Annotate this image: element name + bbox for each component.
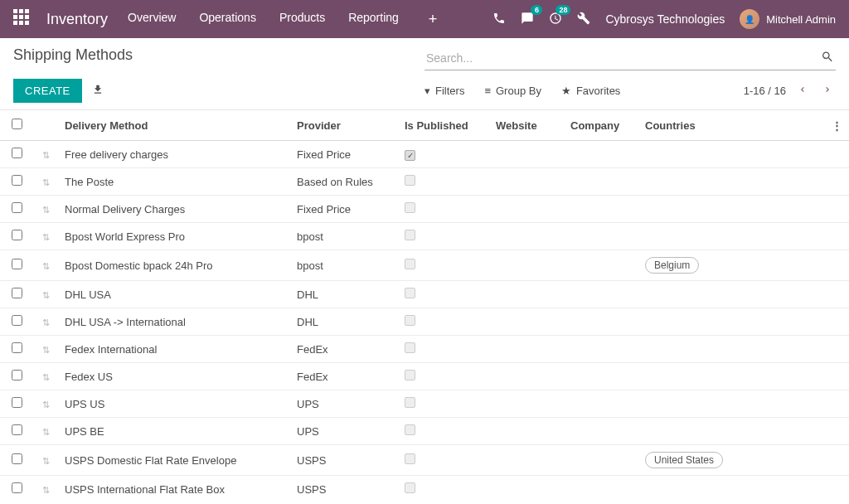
cell-countries — [638, 336, 824, 363]
header-delivery[interactable]: Delivery Method — [58, 110, 290, 141]
row-checkbox[interactable] — [12, 148, 22, 158]
activities-icon[interactable]: 28 — [549, 12, 562, 27]
favorites-button[interactable]: ★ Favorites — [561, 85, 620, 97]
nav-overview[interactable]: Overview — [128, 11, 176, 28]
table-row[interactable]: UPS USUPS — [0, 390, 849, 418]
groupby-button[interactable]: ≡ Group By — [484, 85, 541, 97]
cell-delivery: Fedex International — [58, 336, 290, 363]
pager-next[interactable] — [819, 83, 836, 99]
user-menu[interactable]: 👤 Mitchell Admin — [740, 9, 836, 29]
filters-button[interactable]: ▾ Filters — [424, 85, 464, 97]
messages-icon[interactable]: 6 — [521, 12, 534, 27]
table-row[interactable]: The PosteBased on Rules — [0, 168, 849, 196]
table-row[interactable]: UPS BEUPS — [0, 418, 849, 445]
cell-website — [489, 390, 564, 418]
drag-handle-icon[interactable] — [42, 343, 50, 356]
published-checkbox — [405, 259, 415, 269]
import-button[interactable] — [92, 84, 104, 98]
header-published[interactable]: Is Published — [398, 110, 489, 141]
drag-handle-icon[interactable] — [42, 398, 50, 410]
row-checkbox[interactable] — [12, 370, 22, 380]
drag-handle-icon[interactable] — [42, 203, 50, 216]
create-button[interactable]: CREATE — [13, 79, 82, 103]
row-checkbox[interactable] — [12, 230, 22, 240]
cell-delivery: USPS Domestic Flat Rate Envelope — [58, 445, 290, 476]
table-row[interactable]: USPS International Flat Rate BoxUSPS — [0, 476, 849, 502]
search-input[interactable] — [424, 46, 836, 70]
drag-handle-icon[interactable] — [42, 288, 50, 301]
header-company[interactable]: Company — [564, 110, 638, 141]
nav-right: 6 28 Cybrosys Technologies 👤 Mitchell Ad… — [492, 9, 836, 29]
cell-countries — [638, 141, 824, 168]
cell-company — [564, 418, 638, 445]
cell-countries — [638, 390, 824, 418]
cell-provider: DHL — [290, 308, 398, 336]
drag-handle-icon[interactable] — [42, 483, 50, 496]
drag-handle-icon[interactable] — [42, 259, 50, 272]
country-tag: Belgium — [645, 257, 699, 274]
table-row[interactable]: Fedex InternationalFedEx — [0, 336, 849, 363]
company-selector[interactable]: Cybrosys Technologies — [605, 12, 725, 26]
row-checkbox[interactable] — [12, 288, 22, 298]
app-title[interactable]: Inventory — [46, 11, 108, 28]
table-row[interactable]: USPS Domestic Flat Rate EnvelopeUSPSUnit… — [0, 445, 849, 476]
cell-website — [489, 196, 564, 223]
drag-handle-icon[interactable] — [42, 454, 50, 467]
row-checkbox[interactable] — [12, 259, 22, 269]
nav-operations[interactable]: Operations — [199, 11, 255, 28]
funnel-icon: ▾ — [424, 85, 430, 97]
row-checkbox[interactable] — [12, 342, 22, 353]
table-container[interactable]: Delivery Method Provider Is Published We… — [0, 110, 849, 502]
drag-handle-icon[interactable] — [42, 148, 50, 161]
phone-icon[interactable] — [492, 12, 506, 27]
table-row[interactable]: Free delivery chargesFixed Price — [0, 141, 849, 168]
cell-company — [564, 445, 638, 476]
row-checkbox[interactable] — [12, 175, 22, 186]
header-website[interactable]: Website — [489, 110, 564, 141]
cell-provider: USPS — [290, 476, 398, 502]
nav-reporting[interactable]: Reporting — [348, 11, 399, 28]
apps-icon[interactable] — [13, 9, 33, 29]
cell-delivery: USPS International Flat Rate Box — [58, 476, 290, 502]
cell-provider: FedEx — [290, 336, 398, 363]
page-title: Shipping Methods — [13, 46, 424, 64]
select-all-checkbox[interactable] — [12, 119, 22, 129]
published-checkbox — [405, 315, 415, 326]
table-row[interactable]: Bpost World Express Probpost — [0, 223, 849, 250]
table-row[interactable]: DHL USA -> InternationalDHL — [0, 308, 849, 336]
published-checkbox — [405, 230, 415, 240]
optional-columns-icon[interactable]: ⋮ — [832, 119, 842, 132]
row-checkbox[interactable] — [12, 424, 22, 435]
cell-website — [489, 418, 564, 445]
pager-text[interactable]: 1-16 / 16 — [744, 85, 786, 97]
drag-handle-icon[interactable] — [42, 230, 50, 243]
row-checkbox[interactable] — [12, 453, 22, 464]
drag-handle-icon[interactable] — [42, 176, 50, 188]
messages-badge: 6 — [531, 5, 542, 15]
nav-products[interactable]: Products — [279, 11, 325, 28]
header-provider[interactable]: Provider — [290, 110, 398, 141]
nav-menu: Overview Operations Products Reporting + — [128, 11, 492, 28]
cell-delivery: UPS US — [58, 390, 290, 418]
cell-provider: FedEx — [290, 363, 398, 390]
search-icon[interactable] — [821, 51, 834, 66]
table-row[interactable]: Bpost Domestic bpack 24h ProbpostBelgium — [0, 250, 849, 281]
table-row[interactable]: Normal Delivery ChargesFixed Price — [0, 196, 849, 223]
cell-website — [489, 476, 564, 502]
header-countries[interactable]: Countries — [638, 110, 824, 141]
cell-countries — [638, 168, 824, 196]
drag-handle-icon[interactable] — [42, 316, 50, 328]
table-row[interactable]: Fedex USFedEx — [0, 363, 849, 390]
row-checkbox[interactable] — [12, 202, 22, 213]
drag-handle-icon[interactable] — [42, 371, 50, 383]
cell-company — [564, 141, 638, 168]
tools-icon[interactable] — [577, 12, 590, 27]
cell-countries — [638, 223, 824, 250]
pager-prev[interactable] — [794, 83, 811, 99]
nav-add-menu[interactable]: + — [429, 11, 438, 28]
drag-handle-icon[interactable] — [42, 425, 50, 438]
row-checkbox[interactable] — [12, 397, 22, 408]
table-row[interactable]: DHL USADHL — [0, 281, 849, 308]
row-checkbox[interactable] — [12, 482, 22, 493]
row-checkbox[interactable] — [12, 315, 22, 326]
